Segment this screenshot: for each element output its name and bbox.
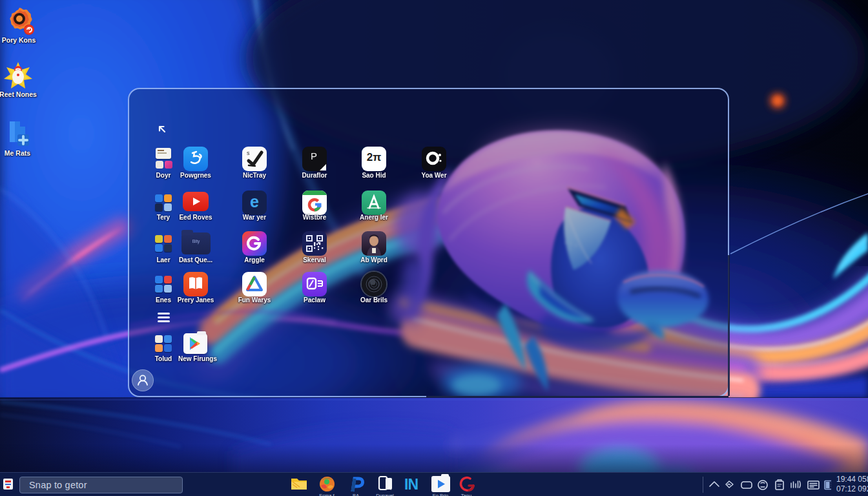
svg-text:s: s: [247, 150, 250, 156]
svg-text:P: P: [311, 150, 317, 161]
